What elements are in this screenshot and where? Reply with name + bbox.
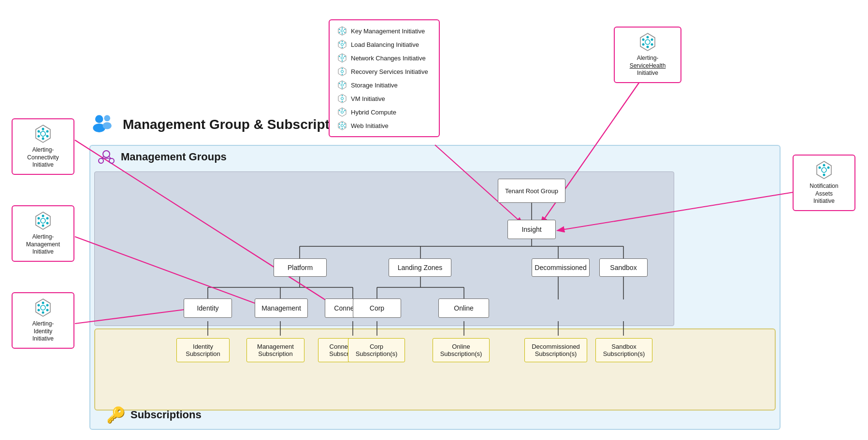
sub-identity: Identity Subscription	[176, 338, 230, 362]
initiative-connectivity: Alerting-ConnectivityInitiative	[12, 118, 74, 175]
svg-point-65	[42, 312, 44, 314]
popup-item-4: Recovery Services Initiative	[337, 67, 431, 76]
node-sandbox: Sandbox	[599, 258, 648, 277]
svg-point-125	[342, 122, 343, 123]
svg-point-101	[342, 60, 343, 61]
svg-line-52	[40, 132, 41, 133]
svg-point-80	[823, 164, 825, 167]
svg-point-130	[344, 127, 345, 128]
popup-hex-icon-8	[337, 121, 347, 130]
svg-point-77	[651, 43, 653, 46]
init-connectivity-label: Alerting-ConnectivityInitiative	[27, 146, 58, 169]
hex-icon-servicehealth	[638, 32, 657, 52]
svg-marker-70	[640, 33, 655, 51]
svg-point-61	[46, 222, 49, 225]
initiative-notification: NotificationAssetsInitiative	[793, 155, 855, 211]
svg-point-94	[342, 41, 343, 42]
svg-marker-42	[36, 125, 50, 142]
popup-hex-icon-4	[337, 67, 347, 76]
svg-point-122	[344, 110, 345, 111]
svg-point-57	[42, 225, 44, 227]
svg-point-83	[827, 167, 830, 169]
svg-point-68	[38, 309, 40, 312]
popup-hex-icon-1	[337, 26, 347, 36]
svg-point-56	[42, 215, 44, 217]
svg-point-103	[344, 56, 345, 57]
svg-point-116	[342, 95, 343, 96]
hex-icon-identity	[33, 298, 53, 317]
svg-point-105	[341, 71, 344, 73]
people-icon	[89, 111, 116, 138]
popup-item-1: Key Management Initiative	[337, 26, 431, 36]
svg-point-66	[38, 304, 40, 307]
svg-point-119	[341, 111, 344, 114]
svg-point-38	[109, 158, 114, 163]
svg-point-69	[46, 309, 49, 312]
svg-point-60	[38, 222, 40, 225]
svg-point-112	[339, 83, 340, 84]
svg-point-88	[339, 29, 340, 30]
svg-point-127	[339, 124, 340, 125]
sub-corp: Corp Subscription(s)	[348, 338, 405, 362]
svg-point-79	[822, 168, 826, 172]
svg-point-74	[642, 39, 645, 41]
svg-point-128	[344, 124, 345, 125]
svg-point-64	[42, 302, 44, 304]
node-management: Management	[255, 298, 308, 318]
popup-item-label-3: Network Changes Initiative	[351, 55, 426, 62]
svg-line-53	[45, 135, 46, 136]
node-online: Online	[438, 298, 489, 318]
svg-point-86	[342, 28, 343, 28]
sub-sandbox: Sandbox Subscription(s)	[595, 338, 652, 362]
popup-item-label-2: Load Balancing Initiative	[351, 41, 419, 48]
svg-point-102	[339, 56, 340, 57]
svg-point-93	[341, 43, 344, 46]
svg-point-106	[342, 68, 343, 69]
svg-point-95	[342, 47, 343, 48]
svg-marker-54	[36, 212, 50, 229]
svg-point-35	[103, 122, 112, 129]
svg-point-34	[104, 115, 110, 121]
svg-point-117	[342, 101, 343, 102]
key-icon: 🔑	[106, 406, 126, 424]
initiative-identity: Alerting-IdentityInitiative	[12, 292, 74, 349]
svg-point-96	[339, 43, 340, 43]
popup-item-label-7: Hybrid Compute	[351, 109, 396, 116]
mg-label-text: Management Groups	[121, 151, 227, 163]
node-identity: Identity	[184, 298, 232, 318]
svg-point-109	[341, 84, 344, 86]
svg-point-110	[342, 82, 343, 83]
popup-initiatives-list: Key Management Initiative Load Balancing…	[329, 19, 440, 137]
node-landing-zones: Landing Zones	[389, 258, 451, 277]
popup-item-label-8: Web Initiative	[351, 122, 389, 129]
node-insight: Insight	[507, 220, 556, 239]
svg-point-63	[41, 305, 45, 310]
popup-hex-icon-6	[337, 94, 347, 103]
node-decommissioned: Decommissioned	[532, 258, 590, 277]
hex-icon-notification	[814, 160, 834, 180]
svg-point-46	[38, 130, 40, 133]
popup-item-label-6: VM Initiative	[351, 95, 385, 102]
svg-point-82	[819, 167, 821, 169]
svg-point-75	[651, 39, 653, 41]
popup-hex-icon-2	[337, 40, 347, 49]
svg-point-100	[342, 55, 343, 56]
sub-decommissioned: Decommissioned Subscription(s)	[524, 338, 587, 362]
initiative-servicehealth: Alerting-ServiceHealthInitiative	[614, 27, 681, 83]
svg-point-72	[647, 36, 649, 39]
popup-item-label-1: Key Management Initiative	[351, 28, 425, 35]
svg-point-111	[342, 87, 343, 88]
svg-point-107	[342, 74, 343, 75]
popup-item-label-4: Recovery Services Initiative	[351, 68, 428, 75]
svg-marker-78	[817, 161, 831, 179]
svg-point-44	[42, 128, 44, 130]
svg-point-90	[339, 32, 340, 33]
svg-point-126	[342, 128, 343, 129]
popup-item-label-5: Storage Initiative	[351, 82, 398, 89]
popup-hex-icon-7	[337, 107, 347, 117]
initiative-management: Alerting-ManagementInitiative	[12, 205, 74, 262]
node-platform: Platform	[274, 258, 327, 277]
svg-point-45	[42, 138, 44, 140]
init-notification-label: NotificationAssetsInitiative	[810, 183, 838, 205]
node-tenant-root: Tenant Root Group	[498, 179, 565, 203]
